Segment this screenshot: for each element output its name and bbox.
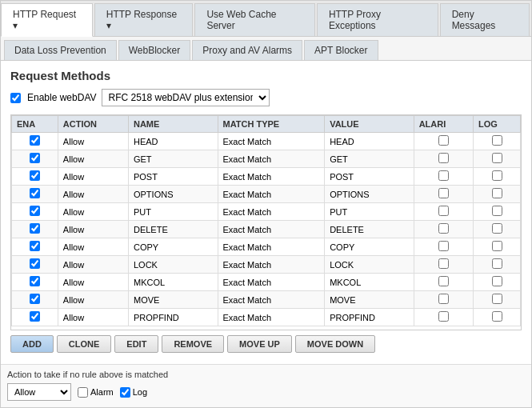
row-log-checkbox[interactable] xyxy=(492,258,502,269)
row-log-checkbox[interactable] xyxy=(492,294,502,304)
log-checkbox[interactable] xyxy=(120,387,130,398)
table-row[interactable]: AllowMOVEExact MatchMOVE xyxy=(12,291,521,309)
row-action: Allow xyxy=(58,238,128,256)
row-log-checkbox[interactable] xyxy=(492,153,502,163)
row-match-type: Exact Match xyxy=(218,133,325,150)
rules-table-wrapper[interactable]: ENA ACTION NAME MATCH TYPE VALUE ALARI L… xyxy=(10,114,522,330)
tab-deny-messages[interactable]: Deny Messages xyxy=(440,3,530,36)
table-row[interactable]: AllowHEADExact MatchHEAD xyxy=(12,133,521,150)
webdav-checkbox[interactable] xyxy=(10,93,21,103)
row-log-checkbox[interactable] xyxy=(492,223,502,234)
row-alarm-checkbox[interactable] xyxy=(438,223,449,234)
row-enabled-checkbox[interactable] xyxy=(30,311,40,322)
content-area: Request Methods Enable webDAV RFC 2518 w… xyxy=(1,61,531,364)
row-name: PROPFIND xyxy=(128,309,218,326)
row-alarm-checkbox[interactable] xyxy=(438,170,449,181)
tab-http-response[interactable]: HTTP Response ▾ xyxy=(94,3,194,36)
tab-proxy-av[interactable]: Proxy and AV Alarms xyxy=(192,40,302,60)
row-value: OPTIONS xyxy=(325,186,414,203)
move-up-button[interactable]: MOVE UP xyxy=(227,335,292,353)
row-alarm-checkbox[interactable] xyxy=(438,294,449,304)
remove-button[interactable]: REMOVE xyxy=(162,335,224,353)
row-enabled-checkbox[interactable] xyxy=(30,206,40,216)
clone-button[interactable]: CLONE xyxy=(57,335,112,353)
table-row[interactable]: AllowPROPFINDExact MatchPROPFIND xyxy=(12,309,521,326)
row-name: GET xyxy=(128,150,218,168)
row-enabled-checkbox[interactable] xyxy=(30,223,40,234)
table-row[interactable]: AllowPUTExact MatchPUT xyxy=(12,203,521,221)
row-alarm-checkbox[interactable] xyxy=(438,241,449,251)
tab-web-cache[interactable]: Use Web Cache Server xyxy=(194,3,314,36)
tab-data-loss[interactable]: Data Loss Prevention xyxy=(4,40,117,60)
table-row[interactable]: AllowOPTIONSExact MatchOPTIONS xyxy=(12,186,521,203)
alarm-label[interactable]: Alarm xyxy=(78,387,114,398)
row-enabled-checkbox[interactable] xyxy=(30,294,40,304)
edit-button[interactable]: EDIT xyxy=(114,335,158,353)
tabs-row-2: Data Loss Prevention WebBlocker Proxy an… xyxy=(1,37,531,61)
row-alarm-checkbox[interactable] xyxy=(438,206,449,216)
row-log-checkbox[interactable] xyxy=(492,276,502,286)
tab-proxy-exceptions[interactable]: HTTP Proxy Exceptions xyxy=(317,3,438,36)
webdav-label: Enable webDAV xyxy=(27,92,97,103)
row-action: Allow xyxy=(58,291,128,309)
row-name: COPY xyxy=(128,238,218,256)
tabs-row-1: HTTP Request ▾ HTTP Response ▾ Use Web C… xyxy=(1,1,531,37)
row-match-type: Exact Match xyxy=(218,256,325,274)
row-value: MKCOL xyxy=(325,274,414,291)
row-log-checkbox[interactable] xyxy=(492,206,502,216)
row-enabled-checkbox[interactable] xyxy=(30,258,40,269)
webdav-row: Enable webDAV RFC 2518 webDAV plus exten… xyxy=(10,89,522,106)
table-row[interactable]: AllowGETExact MatchGET xyxy=(12,150,521,168)
col-header-log: LOG xyxy=(474,116,521,133)
row-enabled-checkbox[interactable] xyxy=(30,170,40,181)
row-alarm-checkbox[interactable] xyxy=(438,276,449,286)
row-alarm-checkbox[interactable] xyxy=(438,135,449,146)
table-row[interactable]: AllowLOCKExact MatchLOCK xyxy=(12,256,521,274)
row-log-checkbox[interactable] xyxy=(492,241,502,251)
tab-webblocker[interactable]: WebBlocker xyxy=(118,40,190,60)
row-action: Allow xyxy=(58,150,128,168)
row-value: GET xyxy=(325,150,414,168)
tab-apt-blocker[interactable]: APT Blocker xyxy=(304,40,378,60)
row-enabled-checkbox[interactable] xyxy=(30,153,40,163)
row-name: MOVE xyxy=(128,291,218,309)
row-match-type: Exact Match xyxy=(218,309,325,326)
row-name: POST xyxy=(128,168,218,186)
webdav-select[interactable]: RFC 2518 webDAV plus extensions xyxy=(102,89,270,106)
table-row[interactable]: AllowDELETEExact MatchDELETE xyxy=(12,221,521,238)
bottom-bar: Action to take if no rule above is match… xyxy=(1,364,531,407)
default-action-select[interactable]: Allow xyxy=(7,383,71,401)
alarm-checkbox[interactable] xyxy=(78,387,88,398)
table-row[interactable]: AllowCOPYExact MatchCOPY xyxy=(12,238,521,256)
row-alarm-checkbox[interactable] xyxy=(438,188,449,198)
action-buttons-row: ADD CLONE EDIT REMOVE MOVE UP MOVE DOWN xyxy=(10,330,522,356)
row-alarm-checkbox[interactable] xyxy=(438,258,449,269)
row-name: HEAD xyxy=(128,133,218,150)
row-log-checkbox[interactable] xyxy=(492,311,502,322)
row-alarm-checkbox[interactable] xyxy=(438,311,449,322)
row-log-checkbox[interactable] xyxy=(492,170,502,181)
tab-http-request[interactable]: HTTP Request ▾ xyxy=(1,3,93,37)
col-header-ena: ENA xyxy=(12,116,58,133)
move-down-button[interactable]: MOVE DOWN xyxy=(295,335,375,353)
row-action: Allow xyxy=(58,203,128,221)
row-match-type: Exact Match xyxy=(218,274,325,291)
table-row[interactable]: AllowMKCOLExact MatchMKCOL xyxy=(12,274,521,291)
log-label[interactable]: Log xyxy=(120,387,147,398)
row-match-type: Exact Match xyxy=(218,168,325,186)
table-row[interactable]: AllowPOSTExact MatchPOST xyxy=(12,168,521,186)
row-action: Allow xyxy=(58,256,128,274)
row-value: COPY xyxy=(325,238,414,256)
alarm-text: Alarm xyxy=(90,387,114,397)
row-enabled-checkbox[interactable] xyxy=(30,188,40,198)
row-enabled-checkbox[interactable] xyxy=(30,241,40,251)
row-name: LOCK xyxy=(128,256,218,274)
row-log-checkbox[interactable] xyxy=(492,188,502,198)
row-enabled-checkbox[interactable] xyxy=(30,276,40,286)
row-enabled-checkbox[interactable] xyxy=(30,135,40,146)
add-button[interactable]: ADD xyxy=(10,335,54,353)
row-name: MKCOL xyxy=(128,274,218,291)
row-alarm-checkbox[interactable] xyxy=(438,153,449,163)
section-title: Request Methods xyxy=(10,69,522,82)
row-log-checkbox[interactable] xyxy=(492,135,502,146)
